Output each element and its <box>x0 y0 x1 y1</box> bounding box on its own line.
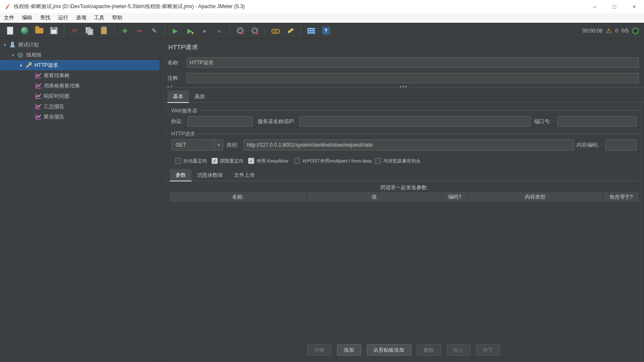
tree-item-view-results-table[interactable]: 用表格察看结果 <box>0 81 160 91</box>
save-icon <box>50 27 58 34</box>
request-group-title: HTTP请求 <box>169 130 197 138</box>
new-file-icon <box>7 27 13 35</box>
clear-button[interactable] <box>234 24 246 37</box>
params-table-title: 同请求一起发送参数: <box>170 184 639 191</box>
checkbox-label: 对POST使用multipart / form-data <box>302 158 371 164</box>
column-header-content-type[interactable]: 内容类型 <box>468 192 603 202</box>
new-plan-button[interactable] <box>3 24 16 37</box>
server-input[interactable] <box>299 116 531 127</box>
menu-item-edit[interactable]: 编辑 <box>18 13 36 23</box>
tab-parameters[interactable]: 参数 <box>170 169 191 181</box>
shutdown-button[interactable]: ● <box>213 24 225 37</box>
delete-button[interactable]: 删除 <box>417 344 441 356</box>
shutdown-icon: ● <box>217 27 221 34</box>
checkbox-box <box>294 158 300 164</box>
tree-splitter[interactable]: ⋮ <box>160 39 163 362</box>
basic-advanced-tabs: 基本 高级 <box>167 90 210 103</box>
menu-item-run[interactable]: 运行 <box>54 13 72 23</box>
add-button[interactable]: 添加 <box>337 344 361 356</box>
menu-item-help[interactable]: 帮助 <box>108 13 126 23</box>
comment-input[interactable] <box>187 73 639 83</box>
tab-body-data[interactable]: 消息体数据 <box>191 169 228 181</box>
tree-item-test-plan[interactable]: ▾ 测试计划 <box>0 39 160 50</box>
clear-all-button[interactable] <box>248 24 261 37</box>
tree-item-summary-report[interactable]: 汇总报告 <box>0 101 160 112</box>
maximize-button[interactable]: □ <box>605 0 624 13</box>
divider-grip-icon[interactable]: ••• <box>398 84 410 90</box>
help-button[interactable]: ? <box>319 24 332 37</box>
port-input[interactable] <box>557 116 637 127</box>
tab-basic[interactable]: 基本 <box>167 90 189 103</box>
start-button[interactable]: ▶ <box>169 24 182 37</box>
tree-item-aggregate-report[interactable]: 聚合报告 <box>0 112 160 122</box>
test-plan-tree: ▾ 测试计划 ▾ 线程组 ▾ HTTP请求 察看结果树 用表格察看结果 <box>0 39 160 362</box>
close-button[interactable]: × <box>624 0 644 13</box>
column-header-encode[interactable]: 编码? <box>442 192 468 202</box>
expand-all-button[interactable]: + <box>118 24 131 37</box>
clear-all-gear-icon <box>251 27 259 35</box>
reset-search-button[interactable] <box>284 24 297 37</box>
checkbox-label: 跟随重定向 <box>220 158 243 164</box>
cut-button[interactable]: ✂ <box>68 24 81 37</box>
up-button[interactable]: 向上 <box>447 344 471 356</box>
checkbox-use-keepalive[interactable]: ✓ 使用 KeepAlive <box>248 157 289 164</box>
menu-item-file[interactable]: 文件 <box>0 13 18 23</box>
paste-icon <box>101 27 107 34</box>
add-from-clipboard-button[interactable]: 从剪贴板添加 <box>367 344 411 356</box>
tab-advanced[interactable]: 高级 <box>189 90 210 103</box>
play-icon: ▶ <box>173 27 178 35</box>
tree-item-response-time-graph[interactable]: 响应时间图 <box>0 91 160 101</box>
path-input[interactable] <box>244 139 574 151</box>
checkbox-follow-redirects[interactable]: ✓ 跟随重定向 <box>212 157 243 164</box>
chevron-down-icon[interactable]: ▼ <box>214 140 223 150</box>
encoding-input[interactable] <box>605 139 637 151</box>
copy-button[interactable] <box>83 24 96 37</box>
function-helper-icon <box>307 28 315 34</box>
start-no-pauses-button[interactable]: ▶ <box>183 24 196 37</box>
tree-item-label: HTTP请求 <box>34 62 58 69</box>
checkbox-label: 与浏览器兼容的头 <box>383 158 421 164</box>
collapse-arrows-icon[interactable]: ▲▼ <box>166 85 174 88</box>
checkbox-auto-redirect[interactable]: 自动重定向 <box>175 157 207 164</box>
detail-button[interactable]: 详细 <box>307 344 331 356</box>
name-input[interactable] <box>187 57 639 68</box>
protocol-input[interactable] <box>188 116 252 127</box>
tree-item-thread-group[interactable]: ▾ 线程组 <box>0 50 160 60</box>
main-toolbar: ✂ + − ✎ ▶ ▶ ● ● ? 00:00:08 ⚠ 0 0/5 <box>0 23 644 39</box>
listener-chart-icon <box>34 72 42 78</box>
checkbox-multipart-post[interactable]: 对POST使用multipart / form-data <box>294 157 371 164</box>
listener-chart-icon <box>34 103 42 109</box>
expand-arrow-icon[interactable]: ▾ <box>2 42 8 47</box>
open-button[interactable] <box>33 24 46 37</box>
menu-item-tools[interactable]: 工具 <box>90 13 108 23</box>
templates-button[interactable] <box>18 24 31 37</box>
menu-item-options[interactable]: 选项 <box>72 13 90 23</box>
paste-button[interactable] <box>97 24 110 37</box>
save-button[interactable] <box>47 24 60 37</box>
column-header-value[interactable]: 值 <box>307 192 442 202</box>
tree-item-http-request[interactable]: ▾ HTTP请求 <box>0 60 160 70</box>
method-value: GET <box>172 142 214 148</box>
warning-icon[interactable]: ⚠ <box>606 27 611 35</box>
minimize-button[interactable]: – <box>585 0 605 13</box>
expand-arrow-icon[interactable]: ▾ <box>18 63 24 68</box>
check-icon: ✓ <box>213 158 216 164</box>
column-header-include-equals[interactable]: 包含等于? <box>603 192 639 202</box>
menu-item-search[interactable]: 查找 <box>36 13 54 23</box>
toggle-button[interactable]: ✎ <box>148 24 161 37</box>
tree-item-view-results-tree[interactable]: 察看结果树 <box>0 70 160 81</box>
path-label: 路径: <box>227 140 238 150</box>
expand-arrow-icon[interactable]: ▾ <box>10 53 16 57</box>
stop-button[interactable]: ● <box>198 24 211 37</box>
method-select[interactable]: GET ▼ <box>172 139 223 151</box>
checkbox-browser-compatible-headers[interactable]: 与浏览器兼容的头 <box>375 157 421 164</box>
function-helper-button[interactable] <box>305 24 318 37</box>
webserver-group-border <box>167 110 640 111</box>
column-header-name[interactable]: 名称: <box>170 192 307 202</box>
collapse-all-button[interactable]: − <box>133 24 146 37</box>
play-no-pauses-icon: ▶ <box>187 27 192 35</box>
menu-bar: 文件 编辑 查找 运行 选项 工具 帮助 <box>0 13 644 23</box>
tab-files-upload[interactable]: 文件上传 <box>228 169 260 181</box>
down-button[interactable]: 向下 <box>476 344 500 356</box>
search-button[interactable] <box>269 24 282 37</box>
